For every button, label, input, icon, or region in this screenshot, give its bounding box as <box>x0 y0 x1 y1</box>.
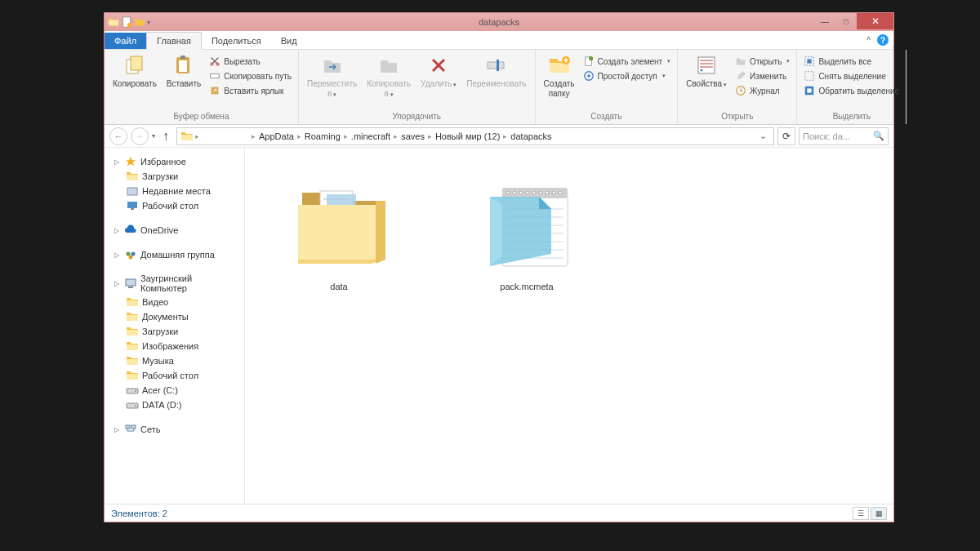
file-item-text[interactable]: pack.mcmeta <box>466 164 588 291</box>
homegroup-icon <box>124 249 137 260</box>
view-details-button[interactable]: ☰ <box>853 507 869 520</box>
properties-icon <box>695 54 718 77</box>
file-label: data <box>330 282 347 291</box>
explorer-window: ▾ datapacks — □ ✕ Файл Главная Поделитьс… <box>104 12 894 522</box>
sidebar-item-downloads[interactable]: Загрузки <box>108 169 241 184</box>
new-item-button[interactable]: Создать элемент▾ <box>581 55 673 68</box>
breadcrumb-segment[interactable]: AppData <box>257 131 296 141</box>
open-button[interactable]: Открыть▾ <box>733 55 791 68</box>
paste-shortcut-button[interactable]: Вставить ярлык <box>207 84 293 97</box>
tab-view[interactable]: Вид <box>271 33 307 49</box>
svg-rect-22 <box>808 59 812 63</box>
invert-icon <box>804 85 815 96</box>
folder-icon <box>126 326 139 337</box>
sidebar-item-desktop2[interactable]: Рабочий стол <box>108 368 241 383</box>
history-icon <box>735 85 746 96</box>
close-button[interactable]: ✕ <box>857 13 893 29</box>
cut-button[interactable]: Вырезать <box>207 55 293 68</box>
tab-share[interactable]: Поделиться <box>202 33 271 49</box>
breadcrumb-segment[interactable]: .minecraft <box>350 131 392 141</box>
notepad-icon <box>474 168 580 274</box>
sidebar-item-desktop[interactable]: Рабочий стол <box>108 198 241 213</box>
svg-point-30 <box>131 252 136 256</box>
svg-rect-9 <box>211 73 220 78</box>
main-area: ▷Избранное Загрузки Недавние места Рабоч… <box>105 148 893 504</box>
folder-icon <box>108 16 119 28</box>
new-folder-icon <box>547 54 572 77</box>
svg-rect-26 <box>127 188 137 195</box>
back-button[interactable]: ← <box>109 127 127 145</box>
sidebar-computer[interactable]: ▷Заугринский Компьютер <box>108 272 241 295</box>
breadcrumb-segment[interactable]: Новый мир (12) <box>434 131 501 141</box>
open-icon <box>735 56 746 67</box>
svg-rect-5 <box>179 60 187 72</box>
easy-access-button[interactable]: Простой доступ▾ <box>581 69 673 82</box>
sidebar-item-recent[interactable]: Недавние места <box>108 184 241 198</box>
svg-point-29 <box>127 252 131 256</box>
rename-button[interactable]: Переименовать <box>463 51 529 91</box>
new-item-icon <box>583 56 595 67</box>
refresh-button[interactable]: ⟳ <box>777 127 795 145</box>
svg-rect-12 <box>497 60 499 71</box>
help-icon[interactable]: ? <box>877 34 889 46</box>
move-to-button[interactable]: Переместить в▾ <box>304 51 360 100</box>
file-list[interactable]: data pack.mcmeta <box>245 148 893 504</box>
breadcrumb-segment[interactable]: saves <box>399 131 426 141</box>
select-all-button[interactable]: Выделить все <box>802 55 901 68</box>
ribbon-group-new: Создать папку Создать элемент▾ Простой д… <box>536 50 679 124</box>
copy-button[interactable]: Копировать <box>109 51 160 91</box>
sidebar-homegroup[interactable]: ▷Домашняя группа <box>108 247 241 262</box>
up-button[interactable]: ↑ <box>158 129 173 144</box>
new-doc-icon[interactable] <box>121 16 132 28</box>
properties-button[interactable]: Свойства▾ <box>683 51 730 91</box>
sidebar-item-downloads2[interactable]: Загрузки <box>108 324 241 339</box>
svg-rect-11 <box>488 62 504 69</box>
sidebar-item-documents[interactable]: Документы <box>108 309 241 324</box>
ribbon-collapse-icon[interactable]: ^ <box>866 36 871 45</box>
paste-button[interactable]: Вставить <box>163 51 204 91</box>
tab-file[interactable]: Файл <box>105 33 146 49</box>
sidebar-item-drive-d[interactable]: DATA (D:) <box>108 398 241 412</box>
minimize-button[interactable]: — <box>814 13 835 29</box>
history-button[interactable]: Журнал <box>733 84 791 97</box>
select-all-icon <box>804 56 815 67</box>
folder-icon[interactable] <box>134 16 145 28</box>
search-input[interactable]: Поиск: da... 🔍 <box>799 127 889 145</box>
view-icons-button[interactable]: ▦ <box>871 507 887 520</box>
breadcrumb-segment[interactable]: datapacks <box>509 131 553 141</box>
qat-dropdown-icon[interactable]: ▾ <box>147 19 150 26</box>
file-item-folder[interactable]: data <box>278 164 400 291</box>
select-none-button[interactable]: Снять выделение <box>802 69 901 82</box>
maximize-button[interactable]: □ <box>835 13 857 29</box>
edit-icon <box>735 70 746 82</box>
svg-rect-32 <box>126 279 136 286</box>
breadcrumb[interactable]: ▸ ▸ AppData▸ Roaming▸ .minecraft▸ saves▸… <box>176 127 774 145</box>
copy-to-icon <box>377 54 400 77</box>
status-bar: Элементов: 2 ☰ ▦ <box>105 504 893 522</box>
sidebar-onedrive[interactable]: ▷OneDrive <box>108 223 241 238</box>
sidebar-item-music[interactable]: Музыка <box>108 353 241 368</box>
copy-to-button[interactable]: Копировать в▾ <box>363 51 414 100</box>
sidebar-item-drive-c[interactable]: Acer (C:) <box>108 383 241 398</box>
copy-path-button[interactable]: Скопировать путь <box>207 69 293 82</box>
new-folder-button[interactable]: Создать папку <box>541 51 578 100</box>
ribbon-group-organize: Переместить в▾ Копировать в▾ Удалить▾ Пе… <box>299 50 536 124</box>
sidebar-item-pictures[interactable]: Изображения <box>108 339 241 353</box>
forward-button[interactable]: → <box>131 127 149 145</box>
delete-button[interactable]: Удалить▾ <box>417 51 460 91</box>
chevron-down-icon[interactable]: ⌄ <box>760 131 767 141</box>
status-text: Элементов: 2 <box>111 509 167 518</box>
invert-selection-button[interactable]: Обратить выделение <box>802 84 901 97</box>
recent-dropdown-icon[interactable]: ▾ <box>152 132 155 140</box>
svg-point-17 <box>587 74 590 78</box>
sidebar-network[interactable]: ▷Сеть <box>108 422 241 437</box>
sidebar-item-videos[interactable]: Видео <box>108 295 241 309</box>
tab-home[interactable]: Главная <box>146 32 202 50</box>
breadcrumb-segment[interactable]: Roaming <box>303 131 342 141</box>
ribbon: Копировать Вставить Вырезать Скопировать… <box>105 50 893 125</box>
copy-icon <box>123 54 146 77</box>
edit-button[interactable]: Изменить <box>733 69 791 82</box>
ribbon-group-clipboard: Копировать Вставить Вырезать Скопировать… <box>105 50 299 124</box>
sidebar-favorites[interactable]: ▷Избранное <box>108 154 241 169</box>
svg-rect-38 <box>126 425 130 429</box>
